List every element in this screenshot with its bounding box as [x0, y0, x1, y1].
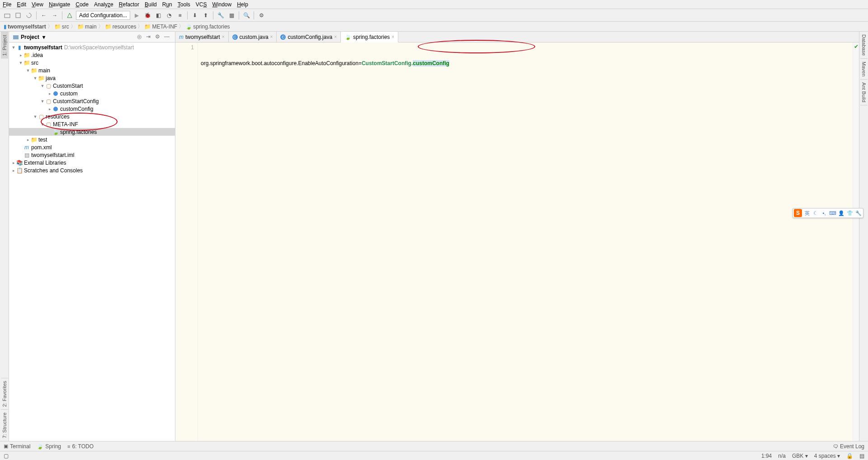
- tree-item-test[interactable]: ▸📁test: [9, 136, 175, 143]
- menu-tools[interactable]: Tools: [178, 1, 190, 8]
- tree-item-customConfig[interactable]: ▸customConfig: [9, 105, 175, 113]
- debug-icon[interactable]: 🐞: [143, 11, 152, 20]
- menu-refactor[interactable]: Refactor: [119, 1, 139, 8]
- close-icon[interactable]: ×: [270, 34, 273, 39]
- project-title[interactable]: Project ▾: [13, 34, 135, 40]
- menu-code[interactable]: Code: [75, 1, 89, 8]
- tree-item-twomyselfstart-iml[interactable]: ▤twomyselfstart.iml: [9, 151, 175, 159]
- tab-maven[interactable]: Maven: [860, 59, 868, 80]
- menu-view[interactable]: View: [32, 1, 43, 8]
- run-icon[interactable]: ▶: [132, 11, 141, 20]
- vcs-update-icon[interactable]: ⬇: [190, 11, 199, 20]
- status-indent[interactable]: 4 spaces ▾: [814, 453, 840, 459]
- tree-item--idea[interactable]: ▸📁.idea: [9, 51, 175, 59]
- search-icon[interactable]: 🔍: [242, 11, 251, 20]
- close-icon[interactable]: ×: [222, 34, 225, 39]
- forward-icon[interactable]: →: [50, 11, 59, 20]
- tree-item-custom[interactable]: ▸custom: [9, 90, 175, 97]
- status-encoding[interactable]: GBK ▾: [792, 453, 808, 459]
- status-lock-icon[interactable]: 🔒: [846, 453, 853, 459]
- ime-settings-icon[interactable]: 🔧: [855, 209, 862, 217]
- status-icon[interactable]: ▢: [4, 453, 9, 459]
- menu-vcs[interactable]: VCS: [196, 1, 207, 8]
- tab-favorites[interactable]: 2: Favorites: [1, 378, 8, 409]
- build-icon[interactable]: [65, 11, 74, 20]
- status-caret-pos[interactable]: 1:94: [761, 453, 772, 459]
- tree-item-java[interactable]: ▼📁java: [9, 74, 175, 82]
- project-tree[interactable]: ▼ ▮ twomyselfstart D:\workSpace\twomysel…: [9, 43, 175, 441]
- menu-help[interactable]: Help: [237, 1, 248, 8]
- tab-todo[interactable]: ≡ 6: TODO: [67, 443, 94, 450]
- left-tool-strip: 1: Project 2: Favorites 7: Structure: [0, 32, 9, 441]
- collapse-icon[interactable]: ⇥: [146, 33, 153, 41]
- code-key: org.springframework.boot.autoconfigure.E…: [201, 60, 362, 66]
- settings-icon[interactable]: 🔧: [216, 11, 225, 20]
- bottom-tool-bar: ▣ Terminal 🍃 Spring ≡ 6: TODO 🗨 Event Lo…: [0, 441, 868, 451]
- menu-run[interactable]: Run: [162, 1, 172, 8]
- profile-icon[interactable]: ◔: [165, 11, 174, 20]
- ime-punct-icon[interactable]: •,: [821, 209, 828, 217]
- tab-project[interactable]: 1: Project: [1, 32, 8, 58]
- close-icon[interactable]: ×: [334, 34, 337, 39]
- menu-navigate[interactable]: Navigate: [49, 1, 70, 8]
- editor-body: 1 org.springframework.boot.autoconfigure…: [175, 43, 859, 441]
- project-structure-icon[interactable]: ▦: [227, 11, 236, 20]
- tab-eventlog[interactable]: 🗨 Event Log: [833, 443, 864, 450]
- save-icon[interactable]: [14, 11, 23, 20]
- tree-item-CustomStart[interactable]: ▼▢CustomStart: [9, 82, 175, 90]
- target-icon[interactable]: ◎: [137, 33, 144, 41]
- crumb-resources[interactable]: 📁resources: [105, 24, 137, 30]
- crumb-metainf[interactable]: 📁META-INF: [144, 24, 177, 30]
- run-config-selector[interactable]: Add Configuration...: [76, 11, 130, 20]
- ime-lang[interactable]: 英: [803, 209, 811, 217]
- status-memory-icon[interactable]: ▤: [859, 453, 864, 459]
- menu-file[interactable]: File: [3, 1, 11, 8]
- tree-item-resources[interactable]: ▼▢resources: [9, 113, 175, 120]
- editor-marker-strip: ✔: [853, 43, 859, 441]
- open-icon[interactable]: [3, 11, 12, 20]
- crumb-file[interactable]: 🍃spring.factories: [185, 24, 230, 30]
- stop-icon[interactable]: ■: [175, 11, 184, 20]
- coverage-icon[interactable]: ◧: [154, 11, 163, 20]
- sogou-logo-icon[interactable]: S: [794, 209, 802, 217]
- tab-structure[interactable]: 7: Structure: [1, 409, 8, 441]
- crumb-module[interactable]: ▮twomyselfstart: [4, 24, 46, 30]
- crumb-src[interactable]: 📁src: [54, 24, 69, 30]
- editor-tab-twomyselfstart[interactable]: m twomyselfstart ×: [175, 32, 229, 42]
- hide-icon[interactable]: —: [164, 33, 171, 41]
- menu-analyze[interactable]: Analyze: [94, 1, 113, 8]
- editor-tab-custom-java[interactable]: C custom.java ×: [229, 32, 277, 42]
- crumb-main[interactable]: 📁main: [77, 24, 97, 30]
- vcs-commit-icon[interactable]: ⬆: [201, 11, 210, 20]
- code-area[interactable]: org.springframework.boot.autoconfigure.E…: [198, 43, 853, 441]
- close-icon[interactable]: ×: [392, 34, 394, 39]
- code-line-1[interactable]: org.springframework.boot.autoconfigure.E…: [201, 59, 850, 68]
- menu-window[interactable]: Window: [212, 1, 231, 8]
- editor-tab-spring-factories[interactable]: 🍃 spring.factories ×: [341, 32, 398, 43]
- ime-skin-icon[interactable]: 👕: [846, 209, 854, 217]
- sdk-icon[interactable]: ⚙: [257, 11, 266, 20]
- refresh-icon[interactable]: [24, 11, 33, 20]
- gear-icon[interactable]: ⚙: [155, 33, 162, 41]
- tab-spring[interactable]: 🍃 Spring: [37, 443, 61, 450]
- ime-moon-icon[interactable]: ☾: [812, 209, 819, 217]
- tree-external-libs[interactable]: ▸📚External Libraries: [9, 159, 175, 166]
- ime-toolbar[interactable]: S 英 ☾ •, ⌨ 👤 👕 🔧: [793, 208, 863, 218]
- ime-keyboard-icon[interactable]: ⌨: [829, 209, 836, 217]
- tree-item-src[interactable]: ▼📁src: [9, 59, 175, 66]
- tree-item-pom-xml[interactable]: mpom.xml: [9, 143, 175, 151]
- ime-user-icon[interactable]: 👤: [838, 209, 845, 217]
- menu-build[interactable]: Build: [145, 1, 157, 8]
- tab-ant[interactable]: Ant Build: [860, 80, 868, 105]
- tree-item-spring-factories[interactable]: 🍃spring.factories: [9, 128, 175, 136]
- editor-tab-customConfig-java[interactable]: C customConfig.java ×: [277, 32, 341, 42]
- tab-database[interactable]: Database: [860, 32, 868, 59]
- tab-terminal[interactable]: ▣ Terminal: [4, 443, 30, 450]
- tree-item-META-INF[interactable]: ▼▢META-INF: [9, 120, 175, 128]
- back-icon[interactable]: ←: [39, 11, 48, 20]
- tree-root[interactable]: ▼ ▮ twomyselfstart D:\workSpace\twomysel…: [9, 43, 175, 51]
- tree-item-CustomStartConfig[interactable]: ▼▢CustomStartConfig: [9, 97, 175, 105]
- tree-item-main[interactable]: ▼📁main: [9, 66, 175, 74]
- menu-edit[interactable]: Edit: [17, 1, 26, 8]
- tree-scratches[interactable]: ▸📋Scratches and Consoles: [9, 166, 175, 174]
